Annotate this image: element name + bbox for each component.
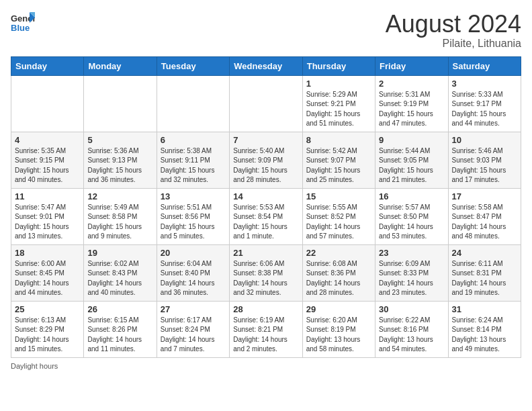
day-number: 12 — [87, 191, 152, 201]
calendar-cell: 10Sunrise: 5:46 AM Sunset: 9:03 PM Dayli… — [448, 132, 521, 188]
calendar-cell: 8Sunrise: 5:42 AM Sunset: 9:07 PM Daylig… — [302, 132, 375, 188]
day-number: 7 — [233, 135, 298, 145]
logo: General Blue — [11, 11, 35, 35]
calendar-cell: 19Sunrise: 6:02 AM Sunset: 8:43 PM Dayli… — [84, 244, 157, 301]
day-info: Sunrise: 6:00 AM Sunset: 8:45 PM Dayligh… — [15, 259, 80, 298]
day-number: 22 — [306, 248, 371, 258]
calendar-cell: 30Sunrise: 6:22 AM Sunset: 8:16 PM Dayli… — [375, 301, 448, 357]
week-row-5: 25Sunrise: 6:13 AM Sunset: 8:29 PM Dayli… — [11, 301, 521, 357]
day-number: 11 — [15, 191, 80, 201]
day-info: Sunrise: 5:33 AM Sunset: 9:17 PM Dayligh… — [452, 90, 517, 129]
day-info: Sunrise: 6:17 AM Sunset: 8:24 PM Dayligh… — [161, 316, 226, 355]
day-number: 4 — [15, 135, 80, 145]
day-number: 6 — [161, 135, 226, 145]
calendar-cell: 17Sunrise: 5:58 AM Sunset: 8:47 PM Dayli… — [448, 188, 521, 244]
day-number: 14 — [233, 191, 298, 201]
col-header-wednesday: Wednesday — [230, 56, 302, 75]
calendar-cell: 20Sunrise: 6:04 AM Sunset: 8:40 PM Dayli… — [157, 244, 229, 301]
day-info: Sunrise: 6:04 AM Sunset: 8:40 PM Dayligh… — [161, 259, 226, 298]
week-row-3: 11Sunrise: 5:47 AM Sunset: 9:01 PM Dayli… — [11, 188, 521, 244]
calendar-cell: 9Sunrise: 5:44 AM Sunset: 9:05 PM Daylig… — [375, 132, 448, 188]
calendar-cell: 4Sunrise: 5:35 AM Sunset: 9:15 PM Daylig… — [11, 132, 84, 188]
day-number: 21 — [233, 248, 298, 258]
calendar-cell: 3Sunrise: 5:33 AM Sunset: 9:17 PM Daylig… — [448, 75, 521, 132]
day-number: 19 — [87, 248, 152, 258]
day-number: 2 — [379, 79, 444, 89]
day-number: 31 — [452, 304, 517, 314]
day-info: Sunrise: 6:15 AM Sunset: 8:26 PM Dayligh… — [87, 316, 152, 355]
calendar-cell: 12Sunrise: 5:49 AM Sunset: 8:58 PM Dayli… — [84, 188, 157, 244]
calendar-cell: 16Sunrise: 5:57 AM Sunset: 8:50 PM Dayli… — [375, 188, 448, 244]
day-info: Sunrise: 5:49 AM Sunset: 8:58 PM Dayligh… — [87, 203, 152, 242]
day-number: 23 — [379, 248, 444, 258]
day-info: Sunrise: 5:53 AM Sunset: 8:54 PM Dayligh… — [233, 203, 298, 242]
calendar-cell: 13Sunrise: 5:51 AM Sunset: 8:56 PM Dayli… — [157, 188, 229, 244]
day-info: Sunrise: 6:02 AM Sunset: 8:43 PM Dayligh… — [87, 259, 152, 298]
day-info: Sunrise: 5:38 AM Sunset: 9:11 PM Dayligh… — [161, 146, 226, 185]
day-info: Sunrise: 6:22 AM Sunset: 8:16 PM Dayligh… — [379, 316, 444, 355]
calendar-cell: 18Sunrise: 6:00 AM Sunset: 8:45 PM Dayli… — [11, 244, 84, 301]
day-number: 30 — [379, 304, 444, 314]
calendar-cell: 21Sunrise: 6:06 AM Sunset: 8:38 PM Dayli… — [230, 244, 302, 301]
day-number: 8 — [306, 135, 371, 145]
logo-icon: General Blue — [11, 11, 35, 35]
calendar-table: SundayMondayTuesdayWednesdayThursdayFrid… — [11, 56, 521, 358]
day-info: Sunrise: 5:58 AM Sunset: 8:47 PM Dayligh… — [452, 203, 517, 242]
month-title: August 2024 — [386, 11, 521, 38]
col-header-saturday: Saturday — [448, 56, 521, 75]
day-number: 20 — [161, 248, 226, 258]
day-number: 13 — [161, 191, 226, 201]
day-info: Sunrise: 5:57 AM Sunset: 8:50 PM Dayligh… — [379, 203, 444, 242]
day-info: Sunrise: 6:13 AM Sunset: 8:29 PM Dayligh… — [15, 316, 80, 355]
day-info: Sunrise: 5:51 AM Sunset: 8:56 PM Dayligh… — [161, 203, 226, 242]
day-number: 25 — [15, 304, 80, 314]
day-number: 5 — [87, 135, 152, 145]
week-row-2: 4Sunrise: 5:35 AM Sunset: 9:15 PM Daylig… — [11, 132, 521, 188]
day-number: 9 — [379, 135, 444, 145]
day-number: 18 — [15, 248, 80, 258]
day-info: Sunrise: 5:44 AM Sunset: 9:05 PM Dayligh… — [379, 146, 444, 185]
week-row-1: 1Sunrise: 5:29 AM Sunset: 9:21 PM Daylig… — [11, 75, 521, 132]
calendar-cell — [11, 75, 84, 132]
day-info: Sunrise: 5:47 AM Sunset: 9:01 PM Dayligh… — [15, 203, 80, 242]
calendar-cell — [84, 75, 157, 132]
col-header-sunday: Sunday — [11, 56, 84, 75]
day-number: 15 — [306, 191, 371, 201]
calendar-cell: 7Sunrise: 5:40 AM Sunset: 9:09 PM Daylig… — [230, 132, 302, 188]
day-info: Sunrise: 6:24 AM Sunset: 8:14 PM Dayligh… — [452, 316, 517, 355]
header: General Blue August 2024 Pilaite, Lithua… — [11, 11, 521, 50]
day-number: 26 — [87, 304, 152, 314]
col-header-monday: Monday — [84, 56, 157, 75]
calendar-cell — [157, 75, 229, 132]
day-info: Sunrise: 5:36 AM Sunset: 9:13 PM Dayligh… — [87, 146, 152, 185]
day-number: 27 — [161, 304, 226, 314]
day-info: Sunrise: 6:08 AM Sunset: 8:36 PM Dayligh… — [306, 259, 371, 298]
day-info: Sunrise: 6:20 AM Sunset: 8:19 PM Dayligh… — [306, 316, 371, 355]
calendar-cell: 14Sunrise: 5:53 AM Sunset: 8:54 PM Dayli… — [230, 188, 302, 244]
calendar-cell: 23Sunrise: 6:09 AM Sunset: 8:33 PM Dayli… — [375, 244, 448, 301]
calendar-cell: 11Sunrise: 5:47 AM Sunset: 9:01 PM Dayli… — [11, 188, 84, 244]
day-number: 28 — [233, 304, 298, 314]
calendar-cell: 15Sunrise: 5:55 AM Sunset: 8:52 PM Dayli… — [302, 188, 375, 244]
day-info: Sunrise: 5:29 AM Sunset: 9:21 PM Dayligh… — [306, 90, 371, 129]
calendar-cell: 31Sunrise: 6:24 AM Sunset: 8:14 PM Dayli… — [448, 301, 521, 357]
day-info: Sunrise: 5:40 AM Sunset: 9:09 PM Dayligh… — [233, 146, 298, 185]
calendar-cell: 22Sunrise: 6:08 AM Sunset: 8:36 PM Dayli… — [302, 244, 375, 301]
day-info: Sunrise: 5:55 AM Sunset: 8:52 PM Dayligh… — [306, 203, 371, 242]
header-row: SundayMondayTuesdayWednesdayThursdayFrid… — [11, 56, 521, 75]
day-number: 16 — [379, 191, 444, 201]
day-number: 10 — [452, 135, 517, 145]
col-header-tuesday: Tuesday — [157, 56, 229, 75]
calendar-cell: 6Sunrise: 5:38 AM Sunset: 9:11 PM Daylig… — [157, 132, 229, 188]
day-info: Sunrise: 6:09 AM Sunset: 8:33 PM Dayligh… — [379, 259, 444, 298]
title-area: August 2024 Pilaite, Lithuania — [386, 11, 521, 50]
calendar-cell: 28Sunrise: 6:19 AM Sunset: 8:21 PM Dayli… — [230, 301, 302, 357]
day-info: Sunrise: 6:11 AM Sunset: 8:31 PM Dayligh… — [452, 259, 517, 298]
day-number: 29 — [306, 304, 371, 314]
location: Pilaite, Lithuania — [386, 38, 521, 50]
col-header-thursday: Thursday — [302, 56, 375, 75]
svg-text:Blue: Blue — [11, 23, 30, 33]
day-info: Sunrise: 6:19 AM Sunset: 8:21 PM Dayligh… — [233, 316, 298, 355]
day-info: Sunrise: 5:42 AM Sunset: 9:07 PM Dayligh… — [306, 146, 371, 185]
calendar-cell — [230, 75, 302, 132]
